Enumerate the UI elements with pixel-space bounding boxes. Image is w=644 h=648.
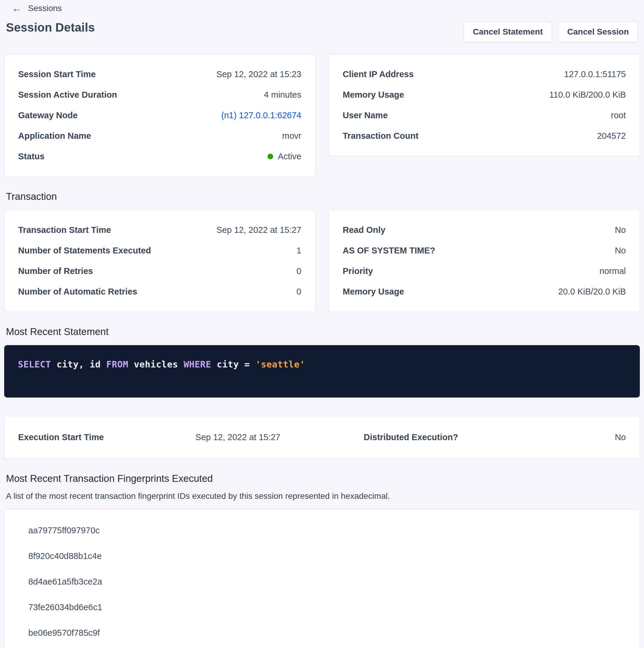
fingerprint-item: 8f920c40d88b1c4e <box>28 552 616 560</box>
breadcrumb-label[interactable]: Sessions <box>28 4 62 13</box>
sql-text: city = <box>211 359 256 370</box>
kv-value: Sep 12, 2022 at 15:27 <box>195 432 280 442</box>
kv-row-transaction-start-time: Transaction Start Time Sep 12, 2022 at 1… <box>18 225 301 235</box>
kv-label: Session Start Time <box>18 69 96 79</box>
kv-label: Status <box>18 152 45 161</box>
kv-label: Memory Usage <box>343 287 404 296</box>
kv-value: normal <box>599 266 626 276</box>
kv-row-automatic-retries: Number of Automatic Retries 0 <box>18 287 301 296</box>
kv-label: Transaction Start Time <box>18 225 111 235</box>
kv-row-client-ip: Client IP Address 127.0.0.1:51175 <box>343 69 626 79</box>
sql-statement-box: SELECT city, id FROM vehicles WHERE city… <box>4 345 640 397</box>
kv-row-status: Status Active <box>18 152 301 161</box>
transaction-summary-row: Transaction Start Time Sep 12, 2022 at 1… <box>4 210 640 312</box>
session-details-page: ← Sessions Session Details Cancel Statem… <box>0 0 644 648</box>
kv-value: No <box>615 432 626 442</box>
kv-row-memory-usage: Memory Usage 110.0 KiB/200.0 KiB <box>343 90 626 100</box>
sql-keyword: WHERE <box>184 359 211 370</box>
kv-value: root <box>611 110 626 120</box>
kv-label: Read Only <box>343 225 386 235</box>
sql-text: city, id <box>51 359 106 370</box>
kv-label: Number of Retries <box>18 266 93 276</box>
kv-label: Number of Automatic Retries <box>18 287 137 296</box>
fingerprints-card: aa79775ff097970c 8f920c40d88b1c4e 8d4ae6… <box>4 509 640 648</box>
kv-row-txn-memory-usage: Memory Usage 20.0 KiB/20.0 KiB <box>343 287 626 296</box>
kv-value: 0 <box>296 266 301 276</box>
kv-value: 110.0 KiB/200.0 KiB <box>549 90 626 100</box>
kv-value: 4 minutes <box>264 90 301 100</box>
client-info-card: Client IP Address 127.0.0.1:51175 Memory… <box>329 54 640 156</box>
most-recent-statement-heading: Most Recent Statement <box>6 326 638 337</box>
cancel-session-button[interactable]: Cancel Session <box>558 21 638 42</box>
fingerprints-heading: Most Recent Transaction Fingerprints Exe… <box>6 473 638 484</box>
kv-label: Number of Statements Executed <box>18 246 151 256</box>
execution-start-time-pair: Execution Start Time Sep 12, 2022 at 15:… <box>18 432 322 442</box>
header-actions: Cancel Statement Cancel Session <box>464 21 638 42</box>
status-active-dot-icon <box>268 154 273 159</box>
sql-keyword: SELECT <box>18 359 51 370</box>
kv-value: 0 <box>296 287 301 296</box>
kv-label: Execution Start Time <box>18 432 104 442</box>
fingerprint-item: be06e9570f785c9f <box>28 629 616 637</box>
kv-label: Priority <box>343 266 373 276</box>
kv-label: Gateway Node <box>18 110 78 120</box>
kv-label: Client IP Address <box>343 69 414 79</box>
kv-row-session-start-time: Session Start Time Sep 12, 2022 at 15:23 <box>18 69 301 79</box>
kv-label: Session Active Duration <box>18 90 117 100</box>
kv-value: 204572 <box>597 131 626 141</box>
fingerprint-item: 8d4ae61a5fb3ce2a <box>28 578 616 586</box>
transaction-left-card: Transaction Start Time Sep 12, 2022 at 1… <box>4 210 315 312</box>
status-text: Active <box>278 152 301 161</box>
kv-row-transaction-count: Transaction Count 204572 <box>343 131 626 141</box>
kv-row-read-only: Read Only No <box>343 225 626 235</box>
fingerprints-description: A list of the most recent transaction fi… <box>6 491 638 501</box>
sql-keyword: FROM <box>106 359 128 370</box>
kv-row-session-active-duration: Session Active Duration 4 minutes <box>18 90 301 100</box>
kv-row-as-of-system-time: AS OF SYSTEM TIME? No <box>343 246 626 256</box>
cancel-statement-button[interactable]: Cancel Statement <box>464 21 552 42</box>
kv-value: Sep 12, 2022 at 15:27 <box>216 225 301 235</box>
execution-card: Execution Start Time Sep 12, 2022 at 15:… <box>4 416 640 458</box>
breadcrumb-back-sessions[interactable]: ← Sessions <box>12 4 62 13</box>
page-header: Session Details Cancel Statement Cancel … <box>6 21 638 42</box>
transaction-right-card: Read Only No AS OF SYSTEM TIME? No Prior… <box>329 210 640 312</box>
arrow-left-icon: ← <box>12 4 21 13</box>
kv-value: 127.0.0.1:51175 <box>564 69 626 79</box>
kv-value: No <box>615 246 626 256</box>
kv-label: Distributed Execution? <box>364 432 458 442</box>
kv-value: No <box>615 225 626 235</box>
kv-label: AS OF SYSTEM TIME? <box>343 246 435 256</box>
kv-label: Memory Usage <box>343 90 404 100</box>
kv-row-user-name: User Name root <box>343 110 626 120</box>
fingerprint-item: 73fe26034bd6e6c1 <box>28 603 616 612</box>
distributed-execution-pair: Distributed Execution? No <box>322 432 626 442</box>
page-title: Session Details <box>6 21 95 34</box>
gateway-node-link[interactable]: (n1) 127.0.0.1:62674 <box>221 110 301 120</box>
kv-row-priority: Priority normal <box>343 266 626 276</box>
kv-label: User Name <box>343 110 388 120</box>
status-badge: Active <box>268 152 301 161</box>
kv-value: 1 <box>296 246 301 256</box>
kv-row-application-name: Application Name movr <box>18 131 301 141</box>
sql-string-literal: 'seattle' <box>255 359 305 370</box>
kv-label: Application Name <box>18 131 91 141</box>
sql-text: vehicles <box>128 359 184 370</box>
kv-row-statements-executed: Number of Statements Executed 1 <box>18 246 301 256</box>
session-summary-row: Session Start Time Sep 12, 2022 at 15:23… <box>4 54 640 177</box>
kv-label: Transaction Count <box>343 131 419 141</box>
fingerprint-item: aa79775ff097970c <box>28 526 616 535</box>
session-info-card: Session Start Time Sep 12, 2022 at 15:23… <box>4 54 315 177</box>
kv-row-retries: Number of Retries 0 <box>18 266 301 276</box>
kv-value: movr <box>282 131 301 141</box>
transaction-section-heading: Transaction <box>6 191 638 202</box>
kv-value: 20.0 KiB/20.0 KiB <box>558 287 626 296</box>
kv-value: Sep 12, 2022 at 15:23 <box>216 69 301 79</box>
kv-row-gateway-node: Gateway Node (n1) 127.0.0.1:62674 <box>18 110 301 120</box>
